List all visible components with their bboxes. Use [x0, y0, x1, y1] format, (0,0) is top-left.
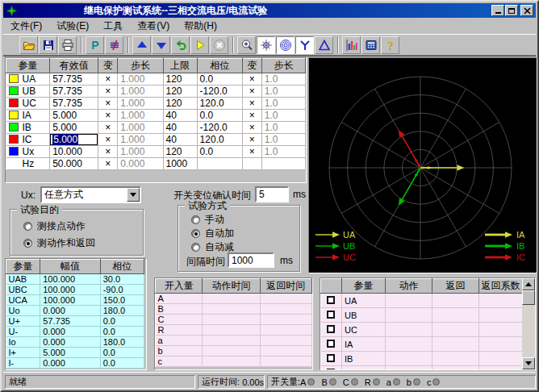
radio-button[interactable] — [191, 215, 200, 224]
vary-toggle-cell[interactable]: × — [98, 134, 118, 146]
phase-cell[interactable]: -120.0 — [197, 122, 242, 134]
open-button[interactable] — [19, 36, 38, 54]
limit-cell[interactable]: 120 — [163, 73, 197, 85]
scroll-down-button[interactable] — [522, 357, 535, 369]
row-checkbox[interactable] — [327, 354, 335, 362]
radio-option[interactable]: 手动 — [191, 213, 224, 227]
delta-button[interactable] — [315, 36, 333, 54]
zoom-in-button[interactable] — [237, 36, 256, 54]
value-cell[interactable]: 5.000 — [50, 110, 98, 122]
vary-toggle-cell[interactable]: × — [242, 85, 261, 98]
run-button[interactable] — [190, 36, 209, 54]
radio-option[interactable]: 测动作和返回 — [23, 236, 95, 250]
polar-grid-button[interactable] — [257, 36, 275, 54]
stop-button[interactable] — [210, 36, 228, 54]
bar-graph-button[interactable] — [342, 36, 361, 54]
print-button[interactable] — [58, 36, 77, 54]
maximize-button[interactable] — [505, 5, 518, 16]
value-edit-field[interactable]: 5.000 — [50, 134, 98, 145]
save-button[interactable] — [39, 36, 57, 54]
value-cell[interactable]: 5.000 — [50, 134, 98, 146]
limit-cell[interactable]: 120 — [163, 146, 197, 158]
step-cell[interactable]: 1.0 — [261, 85, 305, 98]
vary-toggle-cell[interactable] — [242, 158, 261, 170]
step-cell[interactable]: 1.000 — [118, 110, 163, 122]
vary-toggle-cell[interactable]: × — [98, 98, 118, 110]
phase-cell[interactable]: 120.0 — [197, 134, 242, 146]
dropdown-button[interactable] — [127, 188, 140, 202]
row-checkbox[interactable] — [327, 296, 335, 304]
phase-cell[interactable] — [197, 158, 242, 170]
vary-toggle-cell[interactable]: × — [242, 73, 261, 85]
minimize-button[interactable] — [491, 5, 504, 16]
radio-button[interactable] — [191, 229, 200, 238]
step-cell[interactable]: 1.0 — [261, 146, 305, 158]
vary-toggle-cell[interactable]: × — [98, 110, 118, 122]
vary-toggle-cell[interactable]: × — [242, 134, 261, 146]
undo-button[interactable] — [171, 36, 190, 54]
step-cell[interactable]: 1.000 — [118, 134, 163, 146]
radio-option[interactable]: 自动加 — [191, 227, 234, 240]
value-cell[interactable]: 57.735 — [50, 85, 98, 98]
confirm-time-input[interactable]: 5 — [255, 186, 289, 202]
limit-cell[interactable]: 40 — [163, 110, 197, 122]
step-cell[interactable]: 1.0 — [261, 122, 305, 134]
vertical-scrollbar[interactable] — [522, 278, 535, 369]
phase-cell[interactable]: 0.0 — [197, 73, 242, 85]
value-cell[interactable]: 57.735 — [50, 73, 98, 85]
radio-button[interactable] — [23, 222, 32, 231]
radio-option[interactable]: 测接点动作 — [23, 219, 86, 233]
phase-cell[interactable]: 120.0 — [197, 98, 242, 110]
interval-input[interactable]: 1000 — [228, 252, 274, 268]
step-cell[interactable]: 1.0 — [261, 98, 305, 110]
scrollbar-track[interactable] — [522, 305, 535, 357]
step-cell[interactable]: 1.000 — [118, 122, 163, 134]
step-up-button[interactable] — [132, 36, 151, 54]
step-cell[interactable]: 1.000 — [118, 73, 163, 85]
circles-button[interactable] — [276, 36, 295, 54]
step-cell[interactable] — [261, 158, 305, 170]
menu-item-1[interactable]: 试验(E) — [49, 18, 96, 35]
step-cell[interactable]: 1.0 — [261, 110, 305, 122]
limit-cell[interactable]: 120 — [163, 98, 197, 110]
wye-button[interactable] — [295, 36, 314, 54]
limit-cell[interactable]: 1000 — [163, 158, 197, 170]
vary-toggle-cell[interactable]: × — [242, 122, 261, 134]
calculator-button[interactable] — [361, 36, 380, 54]
limit-cell[interactable]: 40 — [163, 122, 197, 134]
vary-toggle-cell[interactable]: × — [98, 158, 118, 170]
help-button[interactable]: ? — [381, 36, 399, 54]
scrollbar-thumb[interactable] — [522, 290, 535, 305]
step-cell[interactable]: 1.0 — [261, 73, 305, 85]
radio-button[interactable] — [23, 239, 32, 248]
row-checkbox[interactable] — [327, 311, 335, 319]
vary-toggle-cell[interactable]: × — [98, 122, 118, 134]
phase-cell[interactable]: -120.0 — [197, 85, 242, 98]
row-checkbox[interactable] — [327, 369, 335, 371]
step-cell[interactable]: 1.000 — [118, 146, 163, 158]
radio-button[interactable] — [191, 243, 200, 252]
menu-item-3[interactable]: 查看(V) — [130, 18, 177, 35]
step-cell[interactable]: 1.000 — [118, 85, 163, 98]
phase-cell[interactable]: 0.0 — [197, 110, 242, 122]
close-button[interactable] — [520, 5, 533, 16]
step-down-button[interactable] — [152, 36, 170, 54]
value-cell[interactable]: 10.000 — [50, 146, 98, 158]
step-cell[interactable]: 0.000 — [118, 158, 163, 170]
phase-sequence-button[interactable] — [105, 36, 123, 54]
menu-item-4[interactable]: 帮助(H) — [177, 18, 224, 35]
row-checkbox[interactable] — [327, 340, 335, 348]
vary-toggle-cell[interactable]: × — [98, 73, 118, 85]
vary-toggle-cell[interactable]: × — [242, 110, 261, 122]
ux-mode-select[interactable]: 任意方式 — [40, 186, 141, 203]
vary-toggle-cell[interactable]: × — [242, 146, 261, 158]
vary-toggle-cell[interactable]: × — [242, 98, 261, 110]
row-checkbox[interactable] — [327, 325, 335, 333]
phase-cell[interactable]: 0.0 — [197, 146, 242, 158]
value-cell[interactable]: 50.000 — [50, 158, 98, 170]
step-cell[interactable]: 1.000 — [118, 98, 163, 110]
menu-item-0[interactable]: 文件(F) — [3, 18, 49, 35]
menu-item-2[interactable]: 工具 — [96, 18, 130, 35]
vary-toggle-cell[interactable]: × — [98, 146, 118, 158]
value-cell[interactable]: 5.000 — [50, 122, 98, 134]
